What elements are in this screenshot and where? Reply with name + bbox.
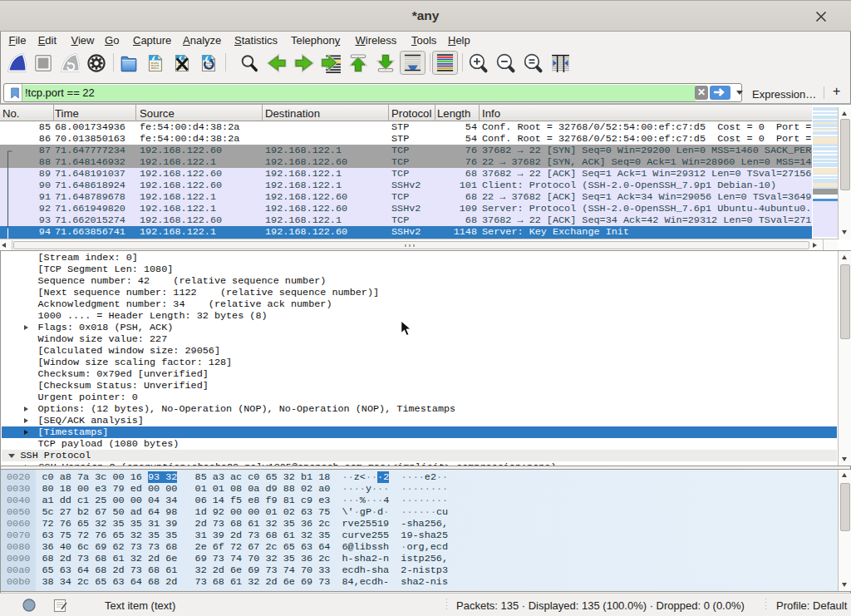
svg-text:0011: 0011 (151, 67, 160, 70)
